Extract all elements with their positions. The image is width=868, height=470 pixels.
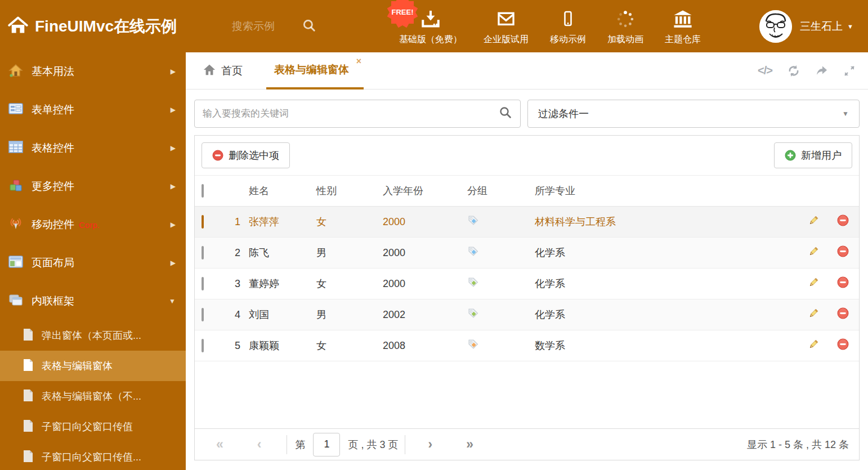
nav-mobile-demos[interactable]: 移动示例 bbox=[550, 7, 586, 46]
header-search-icon[interactable] bbox=[275, 18, 316, 35]
major-link[interactable]: 材料科学与工程系 bbox=[535, 216, 616, 227]
table-row[interactable]: 3 董婷婷 女 2000 化学系 bbox=[195, 268, 859, 299]
tab-home[interactable]: 首页 bbox=[203, 64, 243, 78]
cell-year: 2008 bbox=[383, 340, 467, 352]
major-link[interactable]: 化学系 bbox=[535, 247, 565, 258]
prev-page-button[interactable]: ‹ bbox=[257, 438, 262, 451]
cell-gender: 女 bbox=[316, 277, 383, 290]
keyword-search-box bbox=[194, 100, 521, 128]
spinner-icon bbox=[615, 7, 636, 32]
nav-loading-animations[interactable]: 加载动画 bbox=[607, 7, 643, 46]
cell-group bbox=[467, 276, 535, 291]
delete-row-button[interactable] bbox=[826, 245, 859, 260]
app-title: FineUIMvc在线示例 bbox=[35, 16, 177, 37]
select-all-checkbox[interactable] bbox=[202, 184, 204, 198]
filter-dropdown[interactable]: 过滤条件一 ▼ bbox=[527, 100, 860, 128]
tag-icon bbox=[467, 341, 479, 352]
last-page-button[interactable]: » bbox=[466, 438, 473, 451]
edit-row-button[interactable] bbox=[800, 339, 826, 353]
header-search[interactable]: 搜索示例 bbox=[232, 18, 353, 35]
delete-selected-button[interactable]: 删除选中项 bbox=[202, 142, 290, 168]
keyword-search-input[interactable] bbox=[203, 108, 499, 119]
view-source-icon[interactable]: </> bbox=[758, 64, 772, 77]
row-checkbox[interactable] bbox=[202, 246, 204, 259]
share-icon[interactable] bbox=[815, 64, 829, 78]
table-row[interactable]: 2 陈飞 男 2000 化学系 bbox=[195, 238, 859, 268]
add-user-button[interactable]: 新增用户 bbox=[774, 142, 852, 168]
col-gender: 性别 bbox=[316, 184, 383, 198]
sidebar-subitem-popup-window[interactable]: 弹出窗体（本页面或... bbox=[0, 320, 186, 351]
file-icon bbox=[23, 389, 34, 404]
sidebar-subitem-child-to-parent-2[interactable]: 子窗口向父窗口传值... bbox=[0, 442, 186, 470]
delete-row-button[interactable] bbox=[826, 276, 859, 291]
first-page-button[interactable]: « bbox=[216, 438, 223, 451]
antenna-icon bbox=[8, 217, 23, 232]
row-number: 3 bbox=[226, 278, 249, 290]
form-icon bbox=[8, 102, 23, 117]
delete-row-button[interactable] bbox=[826, 338, 859, 353]
file-icon bbox=[23, 328, 34, 343]
table-row[interactable]: 4 刘国 男 2002 化学系 bbox=[195, 299, 859, 330]
delete-row-button[interactable] bbox=[826, 214, 859, 229]
sidebar-subitem-grid-edit-window-2[interactable]: 表格与编辑窗体（不... bbox=[0, 381, 186, 411]
minus-circle-icon bbox=[837, 245, 849, 260]
table-row[interactable]: 5 康颖颖 女 2008 数学系 bbox=[195, 330, 859, 361]
cell-group bbox=[467, 307, 535, 322]
pencil-icon bbox=[808, 277, 819, 291]
tag-icon bbox=[467, 310, 479, 321]
search-icon[interactable] bbox=[499, 106, 512, 122]
pagination-bar: « ‹ 第 页 , 共 3 页 › » 显示 1 - 5 条 , 共 12 条 bbox=[195, 428, 859, 460]
grid-panel: 删除选中项 新增用户 姓名 性别 入学年份 分组 所学专业 1 张萍萍 bbox=[194, 135, 860, 460]
expand-icon[interactable] bbox=[843, 65, 856, 77]
edit-row-button[interactable] bbox=[800, 277, 826, 291]
sidebar-item-form-controls[interactable]: 表单控件 ▶ bbox=[0, 91, 186, 129]
nav-basic-free[interactable]: 基础版（免费） bbox=[399, 7, 462, 46]
sidebar-subitem-child-to-parent[interactable]: 子窗口向父窗口传值 bbox=[0, 411, 186, 442]
row-checkbox[interactable] bbox=[202, 215, 204, 229]
sidebar-item-grid-controls[interactable]: 表格控件 ▶ bbox=[0, 129, 186, 167]
edit-row-button[interactable] bbox=[800, 215, 826, 229]
delete-row-button[interactable] bbox=[826, 307, 859, 322]
header-nav: 基础版（免费） 企业版试用 移动示例 加载动画 bbox=[399, 7, 722, 46]
cell-name: 康颖颖 bbox=[249, 339, 316, 352]
edit-row-button[interactable] bbox=[800, 246, 826, 260]
major-link[interactable]: 化学系 bbox=[535, 309, 565, 320]
brand-logo[interactable]: FineUIMvc在线示例 bbox=[0, 16, 232, 37]
filter-dropdown-value: 过滤条件一 bbox=[538, 107, 589, 120]
row-checkbox[interactable] bbox=[202, 339, 204, 352]
row-checkbox[interactable] bbox=[202, 277, 204, 290]
home-logo-icon bbox=[8, 16, 28, 37]
tag-icon bbox=[467, 279, 479, 290]
tab-grid-edit-window[interactable]: 表格与编辑窗体 × bbox=[266, 52, 364, 89]
app-window: FineUIMvc在线示例 搜索示例 FREE! 基础版（免费） bbox=[0, 0, 868, 470]
major-link[interactable]: 数学系 bbox=[535, 340, 565, 351]
main-content: 首页 表格与编辑窗体 × </> bbox=[186, 52, 868, 470]
pager-divider bbox=[405, 435, 405, 454]
file-icon bbox=[23, 419, 34, 435]
major-link[interactable]: 化学系 bbox=[535, 278, 565, 289]
user-name: 三生石上 bbox=[800, 19, 843, 34]
header-search-placeholder: 搜索示例 bbox=[232, 19, 275, 34]
pencil-icon bbox=[808, 339, 819, 353]
page-number-input[interactable] bbox=[313, 433, 340, 456]
user-menu[interactable]: 三生石上 ▼ bbox=[759, 10, 853, 43]
sidebar-item-mobile-controls[interactable]: 移动控件 Corp. ▶ bbox=[0, 205, 186, 244]
sidebar-item-basic-usage[interactable]: 基本用法 ▶ bbox=[0, 52, 186, 91]
sidebar-item-more-controls[interactable]: 更多控件 ▶ bbox=[0, 167, 186, 205]
edit-row-button[interactable] bbox=[800, 308, 826, 322]
tab-close-icon[interactable]: × bbox=[356, 57, 361, 66]
nav-theme-repository[interactable]: 主题仓库 bbox=[665, 7, 701, 46]
sidebar-item-iframe[interactable]: 内联框架 ▼ bbox=[0, 282, 186, 320]
row-checkbox[interactable] bbox=[202, 308, 204, 321]
next-page-button[interactable]: › bbox=[428, 438, 432, 451]
row-number: 2 bbox=[226, 247, 249, 259]
sidebar-item-page-layout[interactable]: 页面布局 ▶ bbox=[0, 244, 186, 282]
sidebar-subitem-grid-edit-window[interactable]: 表格与编辑窗体 bbox=[0, 351, 186, 381]
cell-name: 张萍萍 bbox=[249, 215, 316, 229]
refresh-icon[interactable] bbox=[787, 64, 800, 78]
nav-enterprise-trial[interactable]: 企业版试用 bbox=[484, 7, 529, 46]
pencil-icon bbox=[808, 246, 819, 260]
table-row[interactable]: 1 张萍萍 女 2000 材料科学与工程系 bbox=[195, 207, 859, 238]
arrow-right-icon: ▶ bbox=[171, 182, 176, 190]
record-summary: 显示 1 - 5 条 , 共 12 条 bbox=[747, 438, 849, 451]
